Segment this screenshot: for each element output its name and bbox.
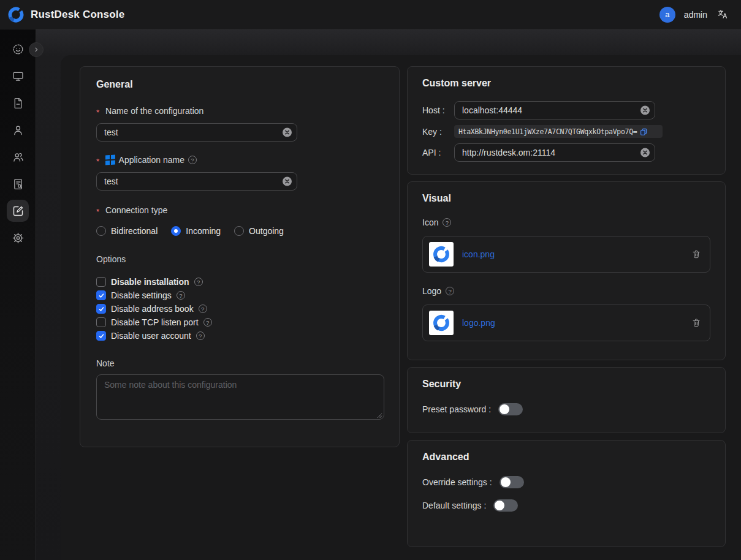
windows-icon — [105, 155, 115, 165]
radio-outgoing[interactable]: Outgoing — [234, 226, 284, 236]
audit-icon — [12, 178, 25, 191]
checkbox-box — [96, 304, 106, 314]
help-icon[interactable] — [199, 305, 207, 313]
sidebar-item-devices[interactable] — [7, 65, 29, 87]
logo-thumbnail — [429, 311, 454, 335]
checkbox-disable-user-account[interactable]: Disable user account — [96, 329, 383, 342]
avatar[interactable]: a — [659, 7, 675, 23]
security-card: Security Preset password : — [407, 367, 726, 433]
sidebar-item-documents[interactable] — [7, 92, 29, 114]
radio-incoming[interactable]: Incoming — [171, 226, 221, 236]
checkbox-box — [96, 331, 106, 341]
sidebar-item-audit[interactable] — [7, 173, 29, 195]
icon-file-link[interactable]: icon.png — [462, 249, 495, 259]
username[interactable]: admin — [684, 10, 707, 20]
radio-circle — [171, 226, 181, 236]
api-label: API : — [422, 148, 454, 157]
gear-icon — [12, 232, 25, 244]
radio-bidirectional[interactable]: Bidirectional — [96, 226, 158, 236]
help-icon[interactable] — [188, 156, 197, 164]
checkbox-box — [96, 290, 106, 300]
security-title: Security — [422, 379, 710, 390]
users-icon — [12, 151, 25, 164]
connection-type-label: Connection type — [96, 205, 383, 215]
icon-thumbnail — [429, 242, 454, 267]
clear-host-icon[interactable] — [640, 106, 650, 115]
help-icon[interactable] — [443, 218, 451, 227]
api-input[interactable] — [454, 143, 655, 162]
monitor-icon — [12, 70, 25, 83]
note-label: Note — [96, 358, 383, 368]
icon-file-row: icon.png — [422, 236, 710, 273]
general-card: General Name of the configuration Applic… — [80, 66, 400, 447]
app-name-label: Application name — [96, 155, 383, 165]
visual-card: Visual Icon icon.png — [407, 181, 726, 360]
key-value: HtaXBkJNHyn0e1U1jWXze7A7CN7QTGWqxkOtpaVp… — [458, 127, 637, 136]
brand: RustDesk Console — [7, 6, 124, 23]
host-input[interactable] — [454, 101, 655, 119]
visual-title: Visual — [422, 193, 710, 204]
default-settings-label: Default settings : — [422, 501, 486, 510]
advanced-card: Advanced Override settings : Default set… — [407, 440, 726, 547]
checkbox-disable-tcp-listen-port[interactable]: Disable TCP listen port — [96, 316, 383, 329]
config-name-label: Name of the configuration — [96, 106, 383, 116]
edit-icon — [12, 205, 25, 218]
clear-api-icon[interactable] — [640, 148, 650, 157]
help-icon[interactable] — [203, 318, 212, 327]
app-name-input[interactable] — [96, 172, 297, 191]
config-name-input[interactable] — [96, 123, 297, 142]
key-value-chip: HtaXBkJNHyn0e1U1jWXze7A7CN7QTGWqxkOtpaVp… — [454, 125, 663, 138]
delete-logo-trash-icon[interactable] — [691, 318, 701, 328]
override-settings-label: Override settings : — [422, 477, 492, 487]
custom-server-card: Custom server Host : Key : H — [407, 66, 726, 175]
default-settings-toggle[interactable] — [493, 499, 518, 512]
app-header: RustDesk Console a admin — [0, 0, 741, 29]
help-icon[interactable] — [194, 278, 203, 286]
help-icon[interactable] — [196, 331, 205, 340]
logo-file-row: logo.png — [422, 305, 710, 341]
checkbox-disable-installation[interactable]: Disable installation — [96, 275, 383, 289]
app-title: RustDesk Console — [31, 9, 124, 21]
delete-icon-trash-icon[interactable] — [691, 249, 701, 259]
checkbox-disable-address-book[interactable]: Disable address book — [96, 302, 383, 316]
icon-label: Icon — [422, 218, 710, 227]
sidebar-item-groups[interactable] — [7, 146, 29, 168]
radio-circle — [234, 226, 244, 236]
note-textarea[interactable] — [96, 374, 384, 420]
preset-password-toggle[interactable] — [498, 403, 523, 415]
content-panel: General Name of the configuration Applic… — [61, 55, 741, 560]
checkbox-disable-settings[interactable]: Disable settings — [96, 289, 383, 302]
key-label: Key : — [422, 127, 454, 137]
preset-password-label: Preset password : — [422, 404, 491, 414]
connection-type-group: Bidirectional Incoming Outgoing — [96, 226, 383, 236]
override-settings-toggle[interactable] — [500, 476, 524, 488]
sidebar-item-dashboard[interactable] — [7, 38, 29, 60]
checkbox-box — [96, 317, 106, 327]
sidebar-item-settings[interactable] — [7, 227, 29, 249]
clear-config-name-icon[interactable] — [283, 128, 292, 137]
logo-file-link[interactable]: logo.png — [462, 318, 495, 328]
rustdesk-logo-icon — [7, 6, 25, 23]
sidebar-item-users[interactable] — [7, 119, 29, 141]
smiley-icon — [12, 43, 25, 56]
host-label: Host : — [422, 105, 454, 115]
document-icon — [12, 97, 25, 110]
sidebar-item-custom-clients[interactable] — [7, 200, 29, 222]
copy-icon[interactable] — [639, 127, 648, 136]
help-icon[interactable] — [177, 291, 185, 300]
logo-label: Logo — [422, 286, 710, 296]
radio-circle — [96, 226, 106, 236]
custom-server-title: Custom server — [422, 78, 710, 89]
options-label: Options — [96, 254, 383, 264]
user-icon — [12, 124, 25, 137]
help-icon[interactable] — [446, 287, 454, 295]
advanced-title: Advanced — [422, 452, 710, 463]
sidebar — [0, 29, 36, 560]
chevron-right-icon — [32, 45, 40, 54]
general-title: General — [96, 79, 383, 90]
translate-icon[interactable] — [716, 7, 730, 21]
main-content: General Name of the configuration Applic… — [36, 29, 741, 560]
clear-app-name-icon[interactable] — [283, 177, 292, 186]
checkbox-box — [96, 277, 106, 287]
sidebar-expand-button[interactable] — [29, 42, 44, 57]
